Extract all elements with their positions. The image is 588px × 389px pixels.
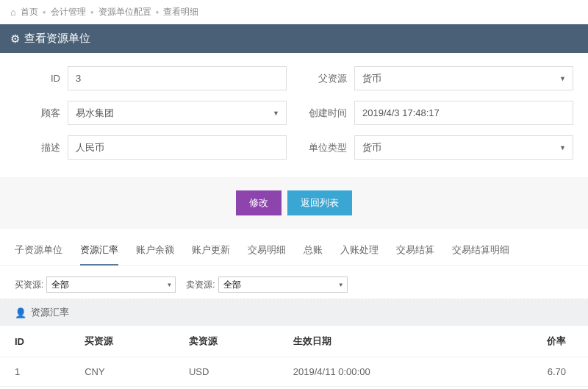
label-customer: 顾客	[15, 107, 68, 120]
table-row[interactable]: 3 GOLD CNY 2019/4/11 0:00:00 298.00	[0, 387, 588, 390]
table-header-row: ID 买资源 卖资源 生效日期 价率	[0, 326, 588, 357]
cell-id: 1	[0, 357, 70, 387]
breadcrumb: ⌂ 首页 ● 会计管理 ● 资源单位配置 ● 查看明细	[0, 0, 588, 24]
section-title: 👤 资源汇率	[0, 299, 588, 326]
filter-row: 买资源: 卖资源:	[0, 266, 588, 299]
breadcrumb-item-0[interactable]: 会计管理	[51, 6, 86, 18]
cell-sell: USD	[174, 357, 279, 387]
section-title-text: 资源汇率	[31, 306, 69, 319]
filter-buy-select[interactable]	[46, 276, 176, 293]
gear-icon: ⚙	[10, 32, 20, 46]
page-title: 查看资源单位	[24, 32, 90, 46]
cell-buy: CNY	[70, 357, 174, 387]
tab-settlement-detail[interactable]: 交易结算明细	[452, 236, 509, 265]
select-customer[interactable]	[68, 101, 287, 125]
tab-bar: 子资源单位 资源汇率 账户余额 账户更新 交易明细 总账 入账处理 交易结算 交…	[0, 236, 588, 266]
cell-id: 3	[0, 387, 70, 390]
tab-sub-resource[interactable]: 子资源单位	[15, 236, 62, 265]
col-rate[interactable]: 价率	[470, 326, 588, 357]
filter-sell-select[interactable]	[218, 276, 348, 293]
breadcrumb-home[interactable]: 首页	[21, 6, 38, 18]
breadcrumb-sep: ●	[156, 9, 159, 15]
input-created[interactable]	[354, 101, 573, 125]
input-id[interactable]	[68, 66, 287, 90]
label-created: 创建时间	[301, 107, 354, 120]
tab-account-update[interactable]: 账户更新	[192, 236, 230, 265]
label-desc: 描述	[15, 141, 68, 154]
rate-table: ID 买资源 卖资源 生效日期 价率 1 CNY USD 2019/4/11 0…	[0, 326, 588, 389]
modify-button[interactable]: 修改	[236, 190, 282, 215]
tab-ledger[interactable]: 总账	[304, 236, 323, 265]
label-parent: 父资源	[301, 72, 354, 85]
table-row[interactable]: 1 CNY USD 2019/4/11 0:00:00 6.70	[0, 357, 588, 387]
breadcrumb-item-1[interactable]: 资源单位配置	[98, 6, 151, 18]
tab-exchange-rate[interactable]: 资源汇率	[80, 236, 118, 265]
col-sell[interactable]: 卖资源	[174, 326, 279, 357]
filter-buy-label: 买资源:	[15, 279, 43, 291]
cell-sell: CNY	[174, 387, 279, 390]
button-row: 修改 返回列表	[0, 177, 588, 229]
detail-form: ID 父资源 顾客 创建时间 描	[0, 53, 588, 177]
home-icon[interactable]: ⌂	[10, 7, 16, 18]
input-desc[interactable]	[68, 135, 287, 160]
tab-posting[interactable]: 入账处理	[340, 236, 379, 265]
cell-rate: 298.00	[470, 387, 588, 390]
cell-date: 2019/4/11 0:00:00	[279, 387, 470, 390]
select-parent[interactable]	[354, 66, 573, 90]
tab-settlement[interactable]: 交易结算	[396, 236, 434, 265]
breadcrumb-sep: ●	[90, 9, 94, 15]
page-header: ⚙ 查看资源单位	[0, 24, 588, 53]
cell-buy: GOLD	[70, 387, 174, 390]
label-unittype: 单位类型	[301, 141, 354, 154]
cell-date: 2019/4/11 0:00:00	[279, 357, 470, 387]
breadcrumb-sep: ●	[43, 9, 46, 15]
user-icon: 👤	[15, 307, 26, 318]
tab-balance[interactable]: 账户余额	[136, 236, 174, 265]
back-button[interactable]: 返回列表	[287, 190, 352, 215]
col-date[interactable]: 生效日期	[279, 326, 470, 357]
filter-sell-label: 卖资源:	[186, 279, 215, 291]
tab-transaction-detail[interactable]: 交易明细	[248, 236, 286, 265]
breadcrumb-item-2[interactable]: 查看明细	[163, 6, 198, 18]
label-id: ID	[15, 73, 68, 84]
cell-rate: 6.70	[470, 357, 588, 387]
select-unittype[interactable]	[354, 135, 573, 160]
col-id[interactable]: ID	[0, 326, 70, 357]
col-buy[interactable]: 买资源	[70, 326, 174, 357]
